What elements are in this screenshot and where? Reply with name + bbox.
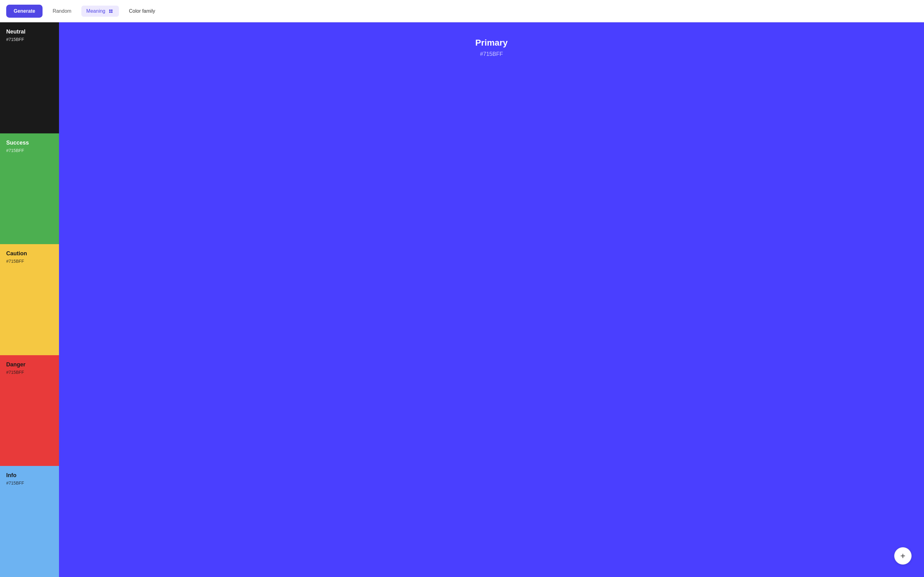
add-button[interactable]: +	[894, 547, 911, 564]
nav-item-random[interactable]: Random	[47, 6, 76, 16]
primary-panel: Primary #715BFF +	[59, 23, 924, 577]
sidebar-item-caution[interactable]: Caution #715BFF	[0, 244, 59, 355]
main-content: Neutral #715BFF Success #715BFF Caution …	[0, 23, 924, 577]
sidebar-item-neutral[interactable]: Neutral #715BFF	[0, 23, 59, 134]
svg-point-2	[109, 11, 111, 13]
sidebar-item-caution-value: #715BFF	[6, 259, 53, 264]
header: Generate Random Meaning Color family	[0, 0, 924, 23]
sidebar: Neutral #715BFF Success #715BFF Caution …	[0, 23, 59, 577]
sidebar-item-caution-label: Caution	[6, 250, 53, 257]
nav-item-meaning[interactable]: Meaning	[81, 6, 119, 17]
sidebar-item-danger[interactable]: Danger #715BFF	[0, 355, 59, 466]
sidebar-item-info-value: #715BFF	[6, 480, 53, 485]
primary-value: #715BFF	[480, 51, 503, 57]
sidebar-item-success-value: #715BFF	[6, 148, 53, 153]
sidebar-item-danger-value: #715BFF	[6, 370, 53, 375]
svg-point-3	[111, 11, 113, 13]
sidebar-item-info-label: Info	[6, 472, 53, 479]
filter-icon	[108, 8, 114, 14]
sidebar-item-info[interactable]: Info #715BFF	[0, 466, 59, 577]
sidebar-item-neutral-value: #715BFF	[6, 37, 53, 42]
sidebar-item-success-label: Success	[6, 140, 53, 146]
svg-point-1	[111, 9, 113, 11]
meaning-label: Meaning	[86, 8, 105, 14]
sidebar-item-neutral-label: Neutral	[6, 29, 53, 35]
sidebar-item-success[interactable]: Success #715BFF	[0, 134, 59, 245]
sidebar-item-danger-label: Danger	[6, 361, 53, 368]
nav-item-color-family[interactable]: Color family	[124, 6, 160, 16]
generate-button[interactable]: Generate	[6, 5, 42, 18]
primary-label: Primary	[475, 38, 508, 48]
svg-point-0	[109, 9, 111, 11]
